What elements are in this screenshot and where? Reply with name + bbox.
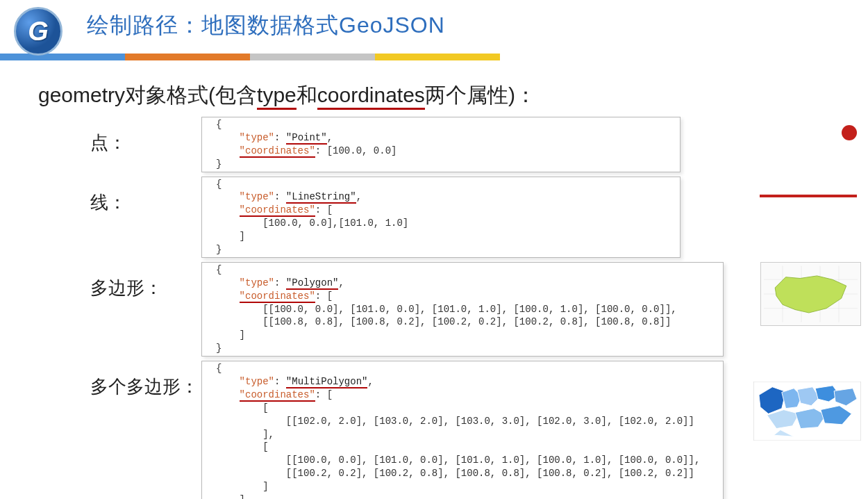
code-polygon: { "type": "Polygon", "coordinates": [ [[… <box>201 262 724 357</box>
code-point: { "type": "Point", "coordinates": [100.0… <box>201 117 681 172</box>
subhead-mid: 和 <box>297 83 317 106</box>
multipolygon-map-thumb <box>753 382 861 441</box>
label-polygon: 多边形： <box>0 262 201 357</box>
code-multipolygon: { "type": "MultiPolygon", "coordinates":… <box>201 361 724 499</box>
row-line: 线： { "type": "LineString", "coordinates"… <box>0 177 868 258</box>
row-point: 点： { "type": "Point", "coordinates": [10… <box>0 117 868 172</box>
polygon-map-thumb <box>760 262 861 328</box>
point-icon <box>842 125 857 140</box>
slide-header: G 绘制路径：地图数据格式GeoJSON <box>0 0 868 60</box>
slide-title: 绘制路径：地图数据格式GeoJSON <box>0 10 868 41</box>
subhead-coordinates: coordinates <box>317 83 425 110</box>
label-point: 点： <box>0 117 201 172</box>
subheading: geometry对象格式(包含type和coordinates两个属性)： <box>38 81 868 110</box>
logo-letter: G <box>28 17 49 47</box>
code-linestring: { "type": "LineString", "coordinates": [… <box>201 177 681 258</box>
label-multipolygon: 多个多边形： <box>0 361 201 499</box>
label-line: 线： <box>0 177 201 258</box>
row-multipolygon: 多个多边形： { "type": "MultiPolygon", "coordi… <box>0 361 868 499</box>
subhead-suffix: 两个属性)： <box>425 83 536 106</box>
subhead-prefix: geometry对象格式(包含 <box>38 83 257 106</box>
line-icon <box>760 195 857 197</box>
color-stripe <box>0 54 500 60</box>
logo-badge: G <box>14 7 62 56</box>
subhead-type: type <box>257 83 297 110</box>
row-polygon: 多边形： { "type": "Polygon", "coordinates":… <box>0 262 868 357</box>
